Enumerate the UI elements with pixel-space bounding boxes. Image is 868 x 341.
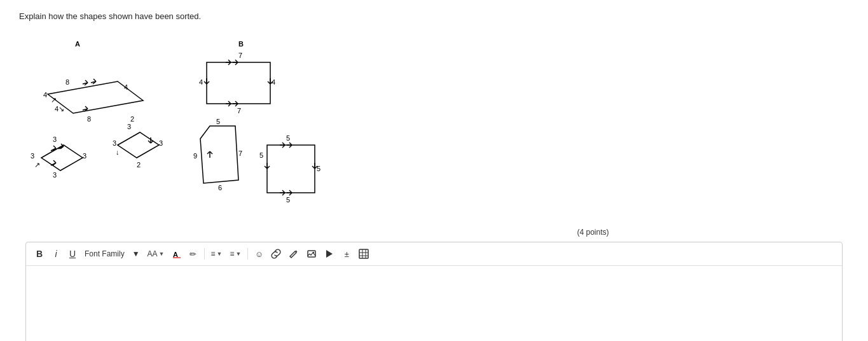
num-7-bot-top-rect: 7 xyxy=(237,107,241,115)
video-button[interactable] xyxy=(322,246,337,261)
points-label: (4 points) xyxy=(337,228,849,237)
equation-button[interactable]: ± xyxy=(340,246,354,261)
label-a: A xyxy=(75,40,80,48)
sep-1 xyxy=(204,248,205,260)
font-family-dropdown[interactable]: ▼ xyxy=(130,246,142,261)
num-2: 2 xyxy=(130,115,134,123)
label-b: B xyxy=(238,40,244,48)
font-family-label: Font Family xyxy=(82,249,127,258)
table-icon xyxy=(359,249,369,259)
num-7-top: 7 xyxy=(238,52,242,59)
underline-button[interactable]: U xyxy=(65,246,79,261)
num-3-left2: 3 xyxy=(113,139,116,147)
arrow-br-down: ↓ xyxy=(116,148,120,156)
dropdown-arrow-aa: ▼ xyxy=(159,251,165,257)
link-button[interactable] xyxy=(268,246,284,261)
num-3-top: 3 xyxy=(53,136,57,143)
num-8-bot: 8 xyxy=(87,115,91,123)
num-5-sq-right: 5 xyxy=(317,165,320,172)
list-icon: ≡ xyxy=(230,249,234,258)
num-3-left: 3 xyxy=(31,152,34,160)
text-color-button[interactable]: A xyxy=(170,246,184,261)
arrow-bl-left: ↗ xyxy=(34,161,40,169)
group-b-svg: B 7 4 xyxy=(172,34,362,225)
question-text: Explain how the shapes shown have been s… xyxy=(19,11,849,21)
num-4-top-rect-right: 4 xyxy=(272,78,275,86)
arrow-left-top: ↗ xyxy=(51,96,57,104)
svg-point-69 xyxy=(313,252,314,253)
num-5-sq-top: 5 xyxy=(286,134,290,142)
num-2-bot: 2 xyxy=(137,161,141,169)
num-7-right-irr: 7 xyxy=(238,150,242,157)
bold-button[interactable]: B xyxy=(32,246,46,261)
svg-line-2 xyxy=(85,80,88,83)
svg-marker-70 xyxy=(326,250,333,258)
align-icon: ≡ xyxy=(211,249,216,258)
svg-rect-24 xyxy=(207,62,270,104)
num-3-bot: 3 xyxy=(53,171,57,179)
num-8-top: 8 xyxy=(65,78,69,86)
table-button[interactable] xyxy=(356,246,371,261)
num-5-sq-left: 5 xyxy=(259,151,263,159)
dropdown-arrow-list: ▼ xyxy=(235,251,241,257)
num-5-top-irr: 5 xyxy=(216,118,220,125)
num-5-sq-bot: 5 xyxy=(286,196,290,204)
text-color-icon: A xyxy=(172,249,181,258)
num-4-left: 4 xyxy=(43,91,47,99)
highlight-button[interactable]: ✏ xyxy=(186,246,200,261)
svg-line-5 xyxy=(93,79,96,81)
svg-marker-10 xyxy=(41,145,83,170)
link-icon xyxy=(271,249,281,259)
svg-line-8 xyxy=(85,106,88,109)
num-4-top-rect-left: 4 xyxy=(199,78,203,86)
num-4-left2: 4↘ xyxy=(55,105,64,113)
svg-rect-67 xyxy=(173,257,181,258)
image-icon xyxy=(307,249,317,259)
page: Explain how the shapes shown have been s… xyxy=(0,0,868,341)
editor-container: B i U Font Family ▼ AA ▼ A ✏ ≡ ▼ xyxy=(25,242,843,341)
draw-icon xyxy=(289,249,299,259)
video-icon xyxy=(324,249,334,259)
group-a-svg: A 8 4 8 4 4↘ ↗ 2 xyxy=(19,34,172,218)
aa-label: AA xyxy=(148,249,158,258)
shapes-container: A 8 4 8 4 4↘ ↗ 2 xyxy=(19,34,849,225)
list-dropdown[interactable]: ≡ ▼ xyxy=(227,246,244,261)
svg-rect-71 xyxy=(359,249,368,258)
svg-rect-47 xyxy=(267,145,315,193)
italic-button[interactable]: i xyxy=(49,246,63,261)
sep-2 xyxy=(247,248,248,260)
num-3-right2: 3 xyxy=(159,139,163,147)
svg-line-12 xyxy=(53,146,56,148)
draw-button[interactable] xyxy=(286,246,301,261)
image-button[interactable] xyxy=(304,246,319,261)
num-9-left: 9 xyxy=(193,152,197,160)
alignment-dropdown[interactable]: ≡ ▼ xyxy=(209,246,225,261)
num-4-right: 4 xyxy=(124,83,128,91)
svg-line-18 xyxy=(53,160,56,163)
font-size-dropdown[interactable]: AA ▼ xyxy=(145,246,167,261)
svg-marker-43 xyxy=(200,126,238,183)
emoji-button[interactable]: ☺ xyxy=(252,246,266,261)
dropdown-arrow-font: ▼ xyxy=(132,249,140,258)
num-3-top2: 3 xyxy=(127,123,131,130)
num-6-bot-irr: 6 xyxy=(218,184,222,191)
num-3-right: 3 xyxy=(83,152,86,160)
answer-editor[interactable] xyxy=(26,266,842,341)
svg-marker-20 xyxy=(118,132,159,158)
toolbar: B i U Font Family ▼ AA ▼ A ✏ ≡ ▼ xyxy=(26,242,842,266)
dropdown-arrow-align: ▼ xyxy=(217,251,223,257)
